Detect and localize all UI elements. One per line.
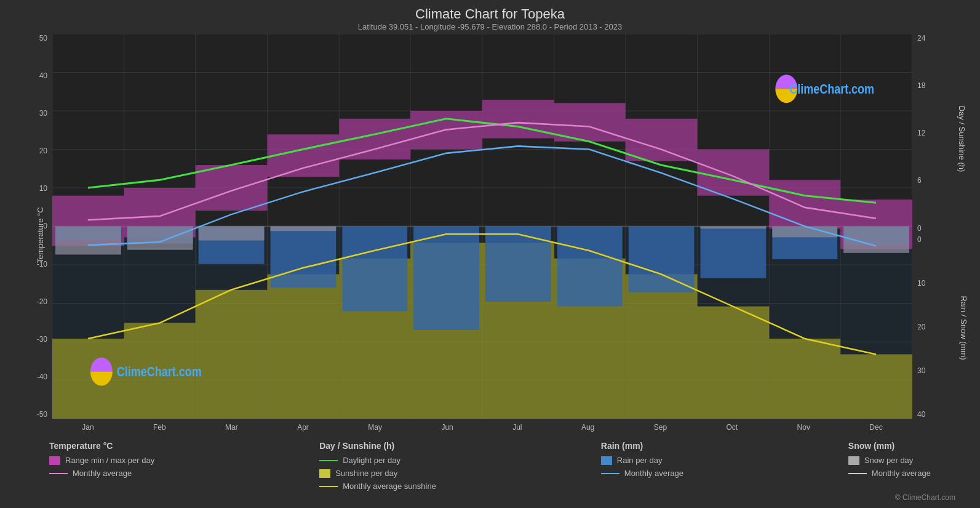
- svg-rect-46: [626, 274, 698, 419]
- svg-rect-59: [700, 227, 766, 278]
- svg-text:ClimeChart.com: ClimeChart.com: [117, 363, 202, 379]
- svg-rect-57: [557, 227, 623, 307]
- sunshine-swatch: [319, 469, 330, 478]
- svg-rect-55: [413, 227, 479, 330]
- snow-avg-line: [848, 473, 867, 474]
- svg-rect-28: [196, 165, 268, 211]
- rain-swatch: [601, 456, 612, 465]
- svg-rect-49: [840, 354, 912, 419]
- snow-swatch: [848, 456, 859, 465]
- legend-snow-heading: Snow (mm): [848, 441, 931, 451]
- svg-rect-58: [629, 227, 695, 292]
- y-axis-right-top-label: Day / Sunshine (h): [958, 106, 967, 172]
- svg-text:ClimeChart.com: ClimeChart.com: [789, 81, 874, 97]
- y-axis-left-label: Temperature °C: [36, 207, 45, 263]
- legend-rain-heading: Rain (mm): [601, 441, 683, 451]
- legend-rain: Rain (mm) Rain per day Monthly average: [601, 441, 683, 491]
- svg-rect-36: [769, 180, 840, 228]
- legend-temperature-range: Range min / max per day: [49, 456, 154, 465]
- svg-rect-65: [270, 227, 336, 232]
- legend-temperature-heading: Temperature °C: [49, 441, 154, 451]
- rain-avg-line: [601, 473, 619, 474]
- svg-rect-40: [196, 290, 268, 419]
- chart-title: Climate Chart for Topeka: [12, 6, 968, 22]
- svg-rect-41: [268, 274, 340, 419]
- x-axis: Jan Feb Mar Apr May Jun Jul Aug Sep Oct …: [52, 419, 912, 436]
- svg-rect-35: [698, 150, 770, 196]
- svg-rect-64: [199, 227, 265, 241]
- temperature-range-swatch: [49, 456, 60, 465]
- legend-temperature-avg: Monthly average: [49, 469, 154, 478]
- svg-rect-38: [52, 339, 124, 419]
- legend-rain-per-day: Rain per day: [601, 456, 683, 465]
- legend-sunshine-heading: Day / Sunshine (h): [319, 441, 436, 451]
- svg-rect-53: [270, 227, 336, 288]
- copyright: © ClimeChart.com: [12, 491, 968, 502]
- svg-rect-48: [769, 339, 840, 419]
- svg-rect-47: [698, 307, 770, 419]
- legend-sunshine-avg: Monthly average sunshine: [319, 482, 436, 491]
- y-axis-right-bottom-label: Rain / Snow (mm): [958, 296, 968, 360]
- temperature-avg-line: [49, 473, 68, 474]
- legend-temperature: Temperature °C Range min / max per day M…: [49, 441, 154, 491]
- chart-subtitle: Latitude 39.051 - Longitude -95.679 - El…: [12, 22, 968, 31]
- legend-snow-per-day: Snow per day: [848, 456, 931, 465]
- legend-daylight: Daylight per day: [319, 456, 436, 465]
- legend-snow: Snow (mm) Snow per day Monthly average: [848, 441, 931, 491]
- legend-sunshine: Day / Sunshine (h) Daylight per day Suns…: [319, 441, 436, 491]
- svg-rect-34: [626, 119, 698, 161]
- svg-rect-63: [127, 227, 193, 250]
- daylight-line: [319, 460, 338, 461]
- legend-sunshine-per-day: Sunshine per day: [319, 469, 436, 478]
- svg-rect-62: [55, 227, 121, 255]
- svg-rect-54: [342, 227, 407, 312]
- svg-rect-66: [700, 227, 766, 229]
- legend-rain-avg: Monthly average: [601, 469, 683, 478]
- legend-snow-avg: Monthly average: [848, 469, 931, 478]
- svg-rect-56: [485, 227, 551, 302]
- sunshine-avg-line: [319, 486, 338, 487]
